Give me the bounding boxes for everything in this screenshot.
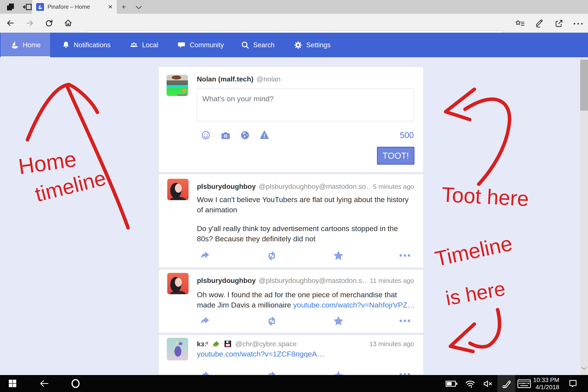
avatar[interactable] [167, 273, 188, 294]
nav-item-community[interactable]: Community [172, 33, 229, 57]
nav-label-community: Community [190, 41, 224, 49]
post-author[interactable]: kɜːʳ [197, 340, 208, 348]
clock-time: 10:33 PM [532, 376, 559, 384]
bell-icon [62, 41, 70, 50]
favorite-star-icon[interactable] [332, 315, 344, 327]
reply-icon[interactable] [200, 250, 212, 261]
floppy-disk-emoji-icon [224, 340, 232, 348]
boost-icon[interactable] [266, 250, 278, 262]
avatar[interactable] [167, 179, 188, 200]
scrollbar-down-icon[interactable] [581, 366, 587, 370]
annotation-toot-here: Toot here [441, 182, 529, 211]
new-tab-button[interactable]: + [122, 0, 126, 14]
browser-tab-strip: Pinafore – Home ✕ + [0, 0, 588, 14]
start-button[interactable] [8, 379, 17, 388]
post-text-line: Oh wow. I found the ad for the one piece… [197, 290, 397, 299]
windows-ink-button[interactable] [498, 375, 515, 392]
post-text-line: Wow I can't believe YouTubers are flat o… [197, 195, 408, 204]
refresh-icon[interactable] [44, 19, 54, 28]
people-icon [129, 41, 138, 50]
post-author[interactable]: plsburydoughboy [197, 276, 256, 285]
post-handle[interactable]: @plsburydoughboy@mastodon.s… [259, 276, 367, 285]
favorites-hub-icon[interactable] [515, 19, 525, 28]
dragon-emoji-icon [211, 339, 220, 348]
post-handle[interactable]: @chr@cybre.space [235, 340, 296, 348]
more-options-icon[interactable] [400, 254, 410, 257]
home-icon[interactable] [64, 18, 73, 28]
post-author[interactable]: plsburydoughboy [197, 182, 256, 190]
clock-date: 4/1/2018 [532, 384, 559, 391]
nav-item-notifications[interactable]: Notifications [56, 33, 116, 57]
compose-header: Nolan (malf.tech) @nolan [197, 75, 414, 83]
search-icon [241, 41, 250, 50]
settings-more-icon[interactable] [573, 22, 583, 25]
browser-tab[interactable]: Pinafore – Home ✕ [32, 0, 117, 14]
post-header: plsburydoughboy @plsburydoughboy@mastodo… [197, 276, 414, 285]
sailboat-icon [10, 40, 19, 50]
post-header: kɜːʳ @chr@cybre.space 13 minutes ago [197, 339, 414, 348]
globe-icon[interactable] [240, 130, 250, 140]
post-link[interactable]: youtube.com/watch?v=NahfojrVPZ… [293, 301, 415, 309]
avatar[interactable] [166, 75, 188, 96]
nav-label-notifications: Notifications [74, 41, 111, 49]
nav-label-settings: Settings [306, 41, 330, 49]
compose-input[interactable] [197, 89, 414, 121]
scrollbar-thumb[interactable] [580, 60, 588, 111]
back-icon[interactable] [6, 19, 15, 28]
nav-label-home: Home [23, 41, 41, 49]
char-counter: 500 [370, 131, 414, 140]
nav-label-search: Search [253, 41, 274, 49]
section-divider [158, 268, 423, 270]
taskbar-clock[interactable]: 10:33 PM 4/1/2018 [532, 376, 559, 391]
post-header: plsburydoughboy @plsburydoughboy@mastodo… [197, 182, 414, 190]
set-aside-tabs-icon[interactable] [6, 2, 15, 12]
chat-icon [177, 41, 186, 50]
post-body: Do y'all really think toy advertisement … [197, 224, 417, 244]
web-notes-icon[interactable] [535, 19, 544, 28]
compose-handle: @nolan [256, 75, 281, 83]
taskbar-back-button[interactable] [39, 378, 49, 388]
boost-icon[interactable] [266, 315, 278, 327]
windows-taskbar: 10:33 PM 4/1/2018 [0, 375, 588, 392]
action-center-icon[interactable] [568, 379, 578, 388]
post-text-line: made Jim Davis a millionaire [197, 301, 293, 309]
nav-item-local[interactable]: Local [126, 33, 162, 57]
volume-muted-icon[interactable] [483, 379, 494, 388]
touch-keyboard-icon[interactable] [518, 379, 531, 388]
tab-list-chevron-icon[interactable] [135, 5, 142, 10]
nav-label-local: Local [142, 41, 158, 49]
share-icon[interactable] [554, 19, 564, 28]
browser-toolbar: https://dev.pinafore.social/ [0, 14, 588, 33]
nav-item-home[interactable]: Home [1, 33, 50, 57]
nav-item-settings[interactable]: Settings [287, 33, 337, 57]
avatar[interactable] [167, 338, 188, 360]
post-timestamp[interactable]: 5 minutes ago [373, 183, 414, 190]
post-handle[interactable]: @plsburydoughboy@mastodon.so… [259, 182, 370, 190]
section-divider [158, 172, 423, 174]
post-timestamp[interactable]: 11 minutes ago [370, 277, 414, 284]
post-timestamp[interactable]: 13 minutes ago [369, 340, 414, 348]
post-text-line: of animation [197, 206, 237, 214]
cortana-button[interactable] [70, 378, 81, 389]
nav-item-search[interactable]: Search [236, 33, 279, 57]
battery-icon[interactable] [446, 380, 458, 387]
tab-title: Pinafore – Home [48, 4, 108, 10]
tab-close-icon[interactable]: ✕ [108, 4, 113, 10]
post-text-line: 80s? Because they definitely did not [197, 234, 315, 243]
reply-icon[interactable] [200, 316, 212, 327]
emoji-icon[interactable] [201, 130, 211, 140]
tab-preview-icon[interactable] [22, 2, 33, 12]
content-warning-icon[interactable] [259, 130, 270, 140]
post-body: Oh wow. I found the ad for the one piece… [197, 290, 417, 310]
forward-icon[interactable] [25, 19, 34, 28]
wifi-icon[interactable] [465, 379, 476, 388]
toot-button[interactable]: TOOT! [377, 147, 414, 165]
post-body: youtube.com/watch?v=1ZCF8ngqeA… [197, 349, 417, 359]
pinafore-nav-bar: Home Notifications Local Community Searc… [0, 33, 588, 57]
more-options-icon[interactable] [400, 319, 410, 322]
post-text-line: Do y'all really think toy advertisement … [197, 224, 398, 232]
camera-icon[interactable] [220, 131, 231, 140]
compose-display-name[interactable]: Nolan (malf.tech) [197, 75, 254, 83]
favorite-star-icon[interactable] [332, 250, 344, 262]
post-link[interactable]: youtube.com/watch?v=1ZCF8ngqeA… [197, 350, 324, 358]
